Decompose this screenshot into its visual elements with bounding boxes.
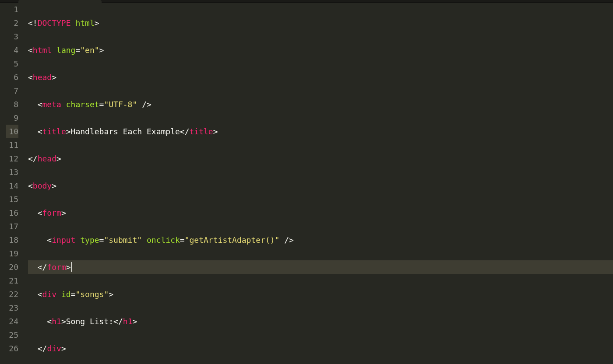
line-number: 1 [6, 3, 18, 16]
line-number: 20 [6, 260, 18, 274]
line-number-gutter: 1234567891011121314151617181920212223242… [0, 3, 26, 364]
line-number: 18 [6, 233, 18, 247]
line-number: 4 [6, 43, 18, 57]
line-number: 14 [6, 179, 18, 192]
active-tab[interactable] [18, 0, 102, 3]
code-line: <!DOCTYPE html> [28, 16, 613, 30]
code-line: </div> [28, 342, 613, 355]
code-editor[interactable]: 1234567891011121314151617181920212223242… [0, 3, 613, 364]
line-number: 10 [6, 125, 18, 138]
line-number: 11 [6, 138, 18, 152]
line-number: 13 [6, 165, 18, 179]
code-line: </head> [28, 152, 613, 165]
line-number: 9 [6, 111, 18, 125]
line-number: 16 [6, 206, 18, 220]
line-number: 6 [6, 70, 18, 84]
code-area[interactable]: <!DOCTYPE html> <html lang="en"> <head> … [26, 3, 613, 364]
code-line: <h1>Song List:</h1> [28, 315, 613, 328]
line-number: 24 [6, 315, 18, 328]
text-cursor [71, 262, 72, 272]
line-number: 12 [6, 152, 18, 165]
line-number: 19 [6, 247, 18, 260]
line-number: 2 [6, 16, 18, 30]
line-number: 17 [6, 220, 18, 233]
line-number: 15 [6, 192, 18, 206]
code-line: <head> [28, 70, 613, 84]
code-line: <meta charset="UTF-8" /> [28, 98, 613, 111]
line-number: 22 [6, 287, 18, 301]
code-line: <input type="submit" onclick="getArtistA… [28, 233, 613, 247]
line-number: 21 [6, 274, 18, 287]
tab-bar [0, 0, 613, 3]
line-number: 8 [6, 98, 18, 111]
line-number: 3 [6, 30, 18, 43]
line-number: 5 [6, 57, 18, 70]
code-line: <title>Handlebars Each Example</title> [28, 125, 613, 138]
code-line: </form> [28, 260, 613, 274]
line-number: 23 [6, 301, 18, 315]
line-number: 7 [6, 84, 18, 98]
code-line: <form> [28, 206, 613, 220]
line-number: 25 [6, 328, 18, 342]
line-number: 26 [6, 342, 18, 355]
code-line: <div id="songs"> [28, 287, 613, 301]
code-line: <body> [28, 179, 613, 192]
code-line: <html lang="en"> [28, 43, 613, 57]
